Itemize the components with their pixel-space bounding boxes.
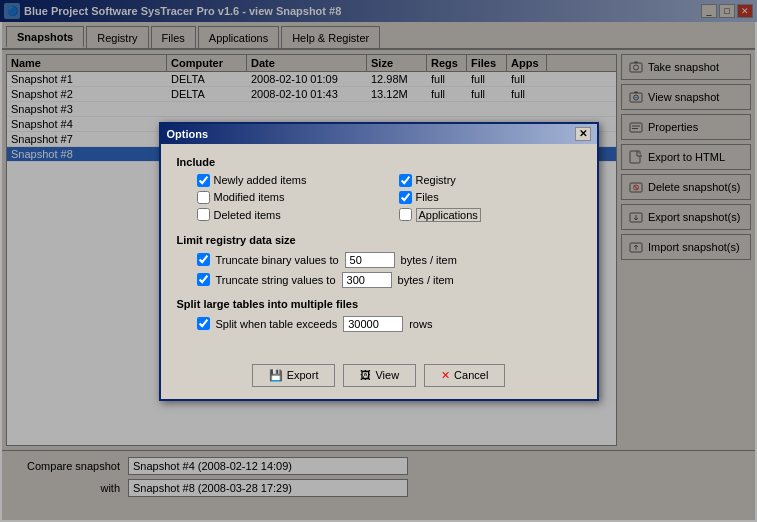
files-checkbox[interactable] [399,191,412,204]
view-button[interactable]: 🖼 View [343,364,416,387]
registry-label: Registry [416,174,456,186]
newly-added-checkbox[interactable] [197,174,210,187]
include-section-label: Include [177,156,581,168]
newly-added-label: Newly added items [214,174,307,186]
view-btn-icon: 🖼 [360,369,371,381]
split-section: Split large tables into multiple files S… [177,298,581,332]
modified-checkbox[interactable] [197,191,210,204]
truncate-binary-checkbox[interactable] [197,253,210,266]
applications-checkbox[interactable] [399,208,412,221]
split-unit: rows [409,318,432,330]
export-disk-icon: 💾 [269,369,283,382]
truncate-string-checkbox[interactable] [197,273,210,286]
truncate-binary-unit: bytes / item [401,254,457,266]
split-row: Split when table exceeds rows [177,316,581,332]
modified-row: Modified items [197,191,379,204]
truncate-string-label: Truncate string values to [216,274,336,286]
split-label: Split when table exceeds [216,318,338,330]
dialog-footer: 💾 Export 🖼 View ✕ Cancel [161,356,597,399]
export-button[interactable]: 💾 Export [252,364,336,387]
split-section-label: Split large tables into multiple files [177,298,581,310]
dialog-close-button[interactable]: ✕ [575,127,591,141]
limit-section: Limit registry data size Truncate binary… [177,234,581,288]
deleted-row: Deleted items [197,208,379,222]
deleted-label: Deleted items [214,209,281,221]
truncate-string-unit: bytes / item [398,274,454,286]
newly-added-row: Newly added items [197,174,379,187]
cancel-button[interactable]: ✕ Cancel [424,364,505,387]
cancel-icon: ✕ [441,369,450,382]
modal-overlay: Options ✕ Include Newly added items Regi… [0,0,757,522]
modified-label: Modified items [214,191,285,203]
dialog-body: Include Newly added items Registry Modif… [161,144,597,356]
split-input[interactable] [343,316,403,332]
applications-label: Applications [416,208,481,222]
truncate-string-row: Truncate string values to bytes / item [177,272,581,288]
applications-row: Applications [399,208,581,222]
registry-checkbox[interactable] [399,174,412,187]
dialog-title-bar: Options ✕ [161,124,597,144]
truncate-binary-input[interactable] [345,252,395,268]
files-row: Files [399,191,581,204]
truncate-binary-row: Truncate binary values to bytes / item [177,252,581,268]
dialog-title: Options [167,128,209,140]
truncate-string-input[interactable] [342,272,392,288]
deleted-checkbox[interactable] [197,208,210,221]
options-dialog: Options ✕ Include Newly added items Regi… [159,122,599,401]
include-checkboxes: Newly added items Registry Modified item… [177,174,581,222]
limit-section-label: Limit registry data size [177,234,581,246]
registry-row: Registry [399,174,581,187]
files-label: Files [416,191,439,203]
split-checkbox[interactable] [197,317,210,330]
truncate-binary-label: Truncate binary values to [216,254,339,266]
